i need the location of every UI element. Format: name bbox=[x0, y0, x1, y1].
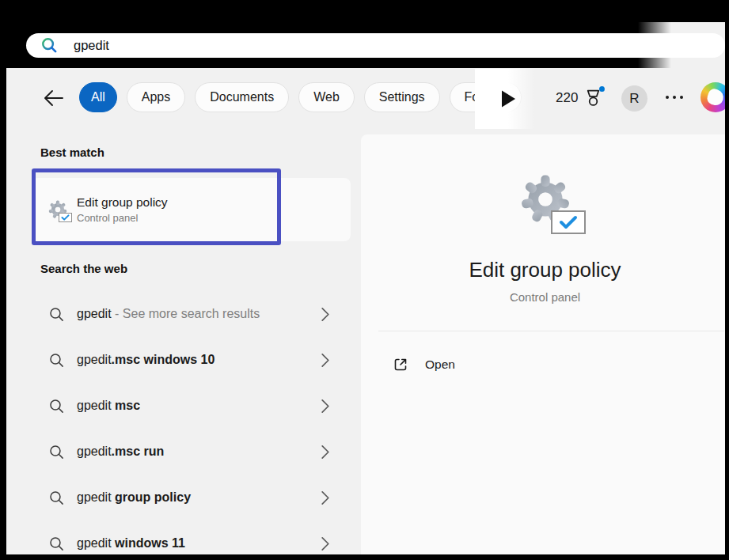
search-suggestion-icon bbox=[49, 490, 64, 505]
back-arrow-icon[interactable] bbox=[43, 89, 64, 108]
best-match-title: Edit group policy bbox=[77, 195, 168, 210]
open-label: Open bbox=[425, 358, 455, 372]
search-suggestion-icon bbox=[49, 445, 64, 460]
web-suggestions-list: gpedit - See more search results gpedit.… bbox=[32, 291, 351, 560]
suggestion-text: gpedit windows 11 bbox=[77, 536, 321, 551]
preview-divider bbox=[378, 331, 724, 331]
chevron-right-icon bbox=[321, 490, 330, 505]
tab-documents[interactable]: Documents bbox=[195, 82, 289, 112]
preview-title: Edit group policy bbox=[361, 258, 729, 282]
preview-panel: Edit group policy Control panel Open bbox=[361, 134, 729, 555]
best-match-result[interactable]: Edit group policy Control panel bbox=[32, 178, 351, 241]
web-suggestion-row[interactable]: gpedit group policy bbox=[32, 475, 351, 520]
search-suggestion-icon bbox=[49, 353, 64, 368]
search-icon bbox=[41, 37, 58, 54]
tab-web[interactable]: Web bbox=[298, 82, 355, 112]
rewards-points: 220 bbox=[556, 90, 578, 106]
open-external-icon bbox=[393, 357, 408, 373]
more-options-icon[interactable] bbox=[666, 96, 683, 99]
open-action[interactable]: Open bbox=[393, 353, 455, 376]
group-policy-gear-icon bbox=[46, 198, 70, 221]
web-suggestion-row[interactable]: gpedit msc bbox=[32, 383, 351, 429]
web-suggestion-row[interactable]: gpedit.msc run bbox=[32, 429, 351, 475]
user-avatar[interactable]: R bbox=[621, 85, 647, 112]
rewards-trophy-icon bbox=[583, 87, 603, 108]
web-suggestion-row[interactable]: gpedit.msc windows 10 bbox=[32, 337, 351, 383]
chevron-right-icon bbox=[321, 353, 330, 368]
right-bezel bbox=[725, 0, 729, 560]
tab-apps[interactable]: Apps bbox=[127, 82, 185, 112]
bottom-bezel bbox=[0, 554, 729, 560]
filter-tabs: All Apps Documents Web Settings Folders bbox=[79, 82, 522, 112]
chevron-right-icon bbox=[321, 399, 330, 414]
search-suggestion-icon bbox=[49, 536, 64, 551]
group-policy-gear-icon-large bbox=[513, 168, 578, 231]
tab-settings[interactable]: Settings bbox=[364, 82, 440, 112]
search-input[interactable] bbox=[74, 38, 628, 53]
tabs-scroll-right-icon[interactable] bbox=[500, 90, 516, 108]
best-match-subtitle: Control panel bbox=[77, 212, 168, 224]
preview-subtitle: Control panel bbox=[361, 290, 729, 304]
suggestion-text: gpedit msc bbox=[77, 399, 321, 413]
suggestion-text: gpedit group policy bbox=[77, 490, 321, 505]
checkbox-icon bbox=[59, 213, 72, 222]
suggestion-text: gpedit.msc windows 10 bbox=[77, 353, 321, 367]
left-bezel bbox=[0, 0, 6, 560]
top-bezel bbox=[0, 0, 729, 22]
search-bar[interactable] bbox=[26, 33, 725, 58]
rewards-counter[interactable]: 220 bbox=[556, 87, 603, 108]
search-suggestion-icon bbox=[49, 399, 64, 414]
suggestion-text: gpedit.msc run bbox=[77, 445, 321, 459]
suggestion-text: gpedit - See more search results bbox=[77, 307, 321, 321]
search-web-heading: Search the web bbox=[40, 262, 127, 275]
chevron-right-icon bbox=[321, 536, 330, 551]
checkbox-icon bbox=[551, 210, 586, 234]
best-match-heading: Best match bbox=[40, 146, 104, 159]
tab-all[interactable]: All bbox=[79, 82, 117, 112]
search-suggestion-icon bbox=[49, 307, 64, 322]
web-suggestion-row[interactable]: gpedit - See more search results bbox=[32, 291, 351, 337]
chevron-right-icon bbox=[321, 307, 330, 322]
avatar-initial: R bbox=[629, 91, 639, 107]
chevron-right-icon bbox=[321, 445, 330, 460]
